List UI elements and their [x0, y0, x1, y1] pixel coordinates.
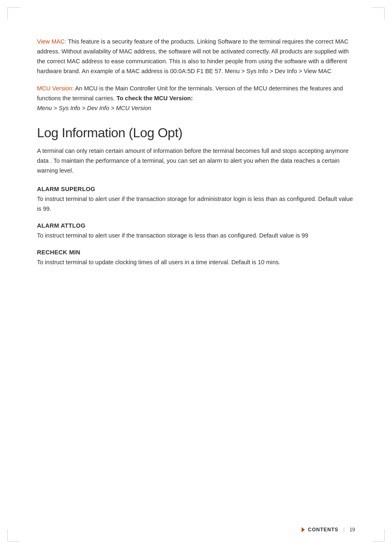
mcu-version-body-bold: To check the MCU Version:: [116, 95, 193, 101]
corner-mark-bottom-left: [7, 529, 20, 542]
footer-triangle-icon: [302, 527, 305, 532]
corner-mark-top-right: [372, 7, 385, 20]
footer-contents-label: CONTENTS: [308, 527, 339, 533]
mcu-version-section: MCU Version: An MCU is the Main Controll…: [37, 84, 355, 113]
page: View MAC: This feature is a security fea…: [0, 0, 392, 549]
log-section-title: Log Information (Log Opt): [37, 125, 355, 141]
alarm-superlog-title: ALARM SUPERLOG: [37, 186, 355, 192]
recheck-min-body: To instruct terminal to update clocking …: [37, 258, 355, 268]
recheck-min-title: RECHECK MIN: [37, 249, 355, 256]
alarm-attlog-body: To instruct terminal to alert user if th…: [37, 231, 355, 241]
alarm-superlog-subsection: ALARM SUPERLOG To instruct terminal to a…: [37, 186, 355, 214]
alarm-attlog-title: ALARM ATTLOG: [37, 222, 355, 229]
log-intro: A terminal can only retain certain amoun…: [37, 146, 355, 176]
footer-page-number: 19: [350, 527, 355, 533]
corner-mark-bottom-right: [372, 529, 385, 542]
mcu-version-body-italic: Menu > Sys Info > Dev Info > MCU Version: [37, 105, 151, 111]
view-mac-section: View MAC: This feature is a security fea…: [37, 37, 355, 76]
corner-mark-top-left: [7, 7, 20, 20]
main-content: View MAC: This feature is a security fea…: [37, 37, 355, 268]
view-mac-body: This feature is a security feature of th…: [37, 38, 349, 74]
alarm-superlog-body: To instruct terminal to alert user if th…: [37, 194, 355, 214]
footer: CONTENTS | 19: [302, 527, 355, 533]
view-mac-label: View MAC:: [37, 38, 66, 45]
alarm-attlog-subsection: ALARM ATTLOG To instruct terminal to ale…: [37, 222, 355, 241]
mcu-version-label: MCU Version:: [37, 85, 74, 92]
recheck-min-subsection: RECHECK MIN To instruct terminal to upda…: [37, 249, 355, 268]
footer-pipe: |: [344, 527, 345, 533]
